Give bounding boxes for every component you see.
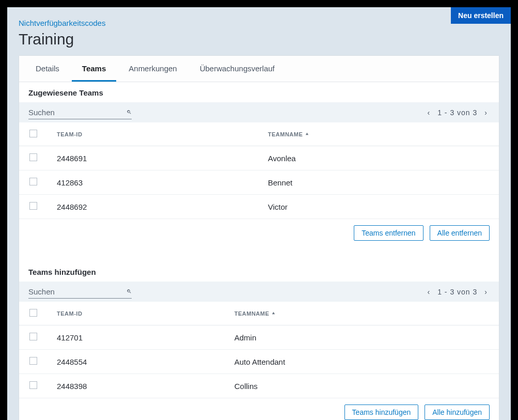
search-input[interactable] (28, 108, 127, 117)
cell-team-id: 2448398 (48, 374, 225, 398)
assigned-search[interactable] (28, 105, 132, 119)
add-toolbar: ‹ 1 - 3 von 3 › (19, 282, 499, 302)
select-all-checkbox[interactable] (29, 309, 37, 317)
assigned-section-title: Zugewiesene Teams (19, 82, 499, 102)
add-table: TEAM-ID TEAMNAME 412701 Admin 2448554 Au… (19, 302, 499, 398)
cell-team-id: 2448554 (48, 350, 225, 374)
remove-all-button[interactable]: Alle entfernen (430, 225, 490, 241)
pager-prev-icon[interactable]: ‹ (426, 106, 433, 119)
pager-prev-icon[interactable]: ‹ (426, 286, 433, 298)
search-input[interactable] (28, 287, 127, 296)
add-pager: ‹ 1 - 3 von 3 › (426, 286, 490, 298)
page-title: Training (19, 30, 499, 48)
assigned-pager: ‹ 1 - 3 von 3 › (426, 106, 490, 119)
select-all-checkbox[interactable] (29, 130, 37, 137)
assigned-actions: Teams entfernen Alle entfernen (19, 219, 499, 247)
table-row: 412701 Admin (19, 325, 499, 350)
col-team-id[interactable]: TEAM-ID (57, 310, 82, 317)
cell-team-name: Auto Attendant (225, 350, 499, 374)
search-icon (127, 287, 132, 296)
table-row: 2448691 Avonlea (19, 146, 499, 170)
pager-next-icon[interactable]: › (482, 106, 490, 119)
tab-teams[interactable]: Teams (72, 56, 116, 82)
create-button[interactable]: Neu erstellen (451, 7, 511, 24)
pager-next-icon[interactable]: › (482, 286, 490, 298)
main-panel: Details Teams Anmerkungen Überwachungsve… (19, 55, 499, 420)
cell-team-name: Avonlea (259, 146, 499, 170)
row-checkbox[interactable] (29, 333, 37, 340)
tab-ueberwachungsverlauf[interactable]: Überwachungsverlauf (190, 56, 285, 82)
row-checkbox[interactable] (29, 178, 37, 185)
search-icon (127, 107, 132, 117)
add-teams-button[interactable]: Teams hinzufügen (344, 405, 419, 420)
add-all-button[interactable]: Alle hinzufügen (425, 405, 490, 420)
page-root: Neu erstellen Nichtverfügbarkeitscodes T… (7, 7, 511, 420)
assigned-toolbar: ‹ 1 - 3 von 3 › (19, 102, 499, 122)
table-row: 2448554 Auto Attendant (19, 350, 499, 374)
sort-asc-icon (271, 311, 276, 316)
col-team-id[interactable]: TEAM-ID (57, 131, 82, 137)
pager-text: 1 - 3 von 3 (437, 288, 477, 296)
add-actions: Teams hinzufügen Alle hinzufügen (19, 398, 499, 420)
add-search[interactable] (28, 285, 132, 299)
breadcrumb[interactable]: Nichtverfügbarkeitscodes (19, 19, 105, 27)
pager-text: 1 - 3 von 3 (437, 108, 477, 117)
cell-team-id: 412701 (48, 325, 225, 350)
sort-asc-icon (305, 132, 309, 136)
tabs: Details Teams Anmerkungen Überwachungsve… (19, 56, 499, 82)
table-row: 2448692 Victor (19, 195, 499, 219)
cell-team-name: Collins (225, 374, 499, 398)
row-checkbox[interactable] (29, 202, 37, 210)
cell-team-id: 2448692 (48, 195, 259, 219)
cell-team-name: Admin (225, 325, 499, 350)
table-row: 412863 Bennet (19, 170, 499, 195)
row-checkbox[interactable] (29, 381, 37, 389)
spacer (19, 247, 499, 261)
tab-anmerkungen[interactable]: Anmerkungen (118, 56, 187, 82)
col-team-name[interactable]: TEAMNAME (234, 310, 276, 317)
topbar: Neu erstellen Nichtverfügbarkeitscodes T… (7, 7, 511, 48)
row-checkbox[interactable] (29, 357, 37, 365)
cell-team-id: 412863 (48, 170, 259, 195)
tab-details[interactable]: Details (25, 56, 70, 82)
cell-team-name: Bennet (259, 170, 499, 195)
table-row: 2448398 Collins (19, 374, 499, 398)
cell-team-name: Victor (259, 195, 499, 219)
col-team-name[interactable]: TEAMNAME (268, 131, 310, 137)
cell-team-id: 2448691 (48, 146, 259, 170)
remove-teams-button[interactable]: Teams entfernen (354, 225, 423, 241)
add-section-title: Teams hinzufügen (19, 261, 499, 282)
assigned-table: TEAM-ID TEAMNAME 2448691 Avonlea 412863 … (19, 122, 499, 219)
row-checkbox[interactable] (29, 153, 37, 161)
